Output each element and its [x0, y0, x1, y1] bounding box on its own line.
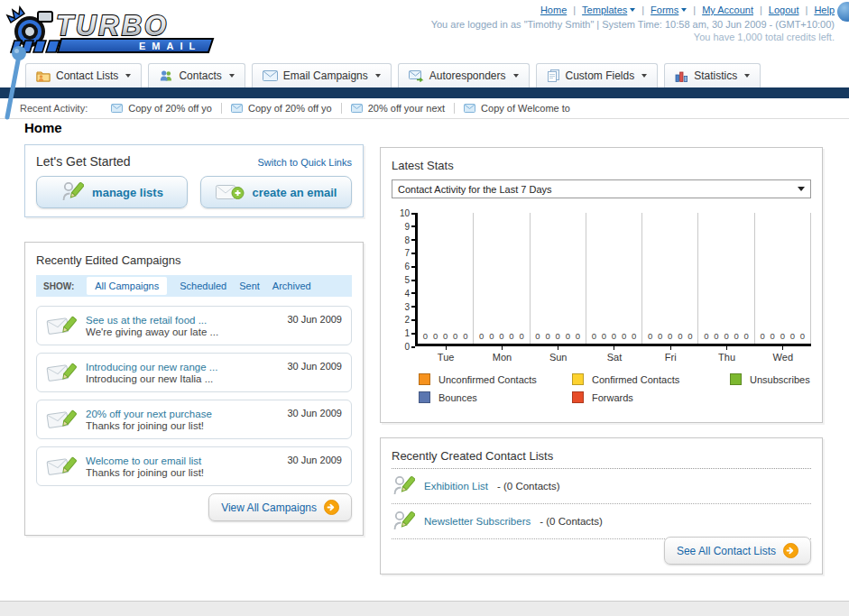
- campaign-subject: Thanks for joining our list!: [86, 467, 280, 478]
- filter-scheduled[interactable]: Scheduled: [180, 280, 226, 291]
- manage-lists-button[interactable]: manage lists: [36, 176, 188, 208]
- value-label: 0: [566, 331, 570, 341]
- contact-list-rows: Exhibition List- (0 Contacts)Newsletter …: [392, 469, 811, 539]
- envelope-pencil-icon: [46, 408, 77, 432]
- legend-label: Bounces: [438, 392, 477, 403]
- filter-archived[interactable]: Archived: [272, 280, 311, 291]
- contact-list-count: - (0 Contacts): [540, 516, 603, 527]
- recent-activity-item[interactable]: 20% off your next: [342, 103, 455, 114]
- chart-group-fri: 00000: [642, 213, 698, 344]
- recent-activity-bar: Recent Activity: Copy of 20% off yoCopy …: [0, 98, 849, 119]
- logo-graphic: EMAIL TURBO: [5, 3, 222, 55]
- contact-lists-icon: [36, 69, 51, 82]
- chevron-down-icon: [798, 187, 805, 191]
- see-all-contact-lists-button[interactable]: See All Contact Lists: [664, 537, 811, 565]
- see-all-contact-lists-label: See All Contact Lists: [677, 545, 776, 557]
- button-label: create an email: [253, 186, 337, 199]
- y-axis-label: 10: [400, 208, 415, 218]
- top-link-forms[interactable]: Forms: [651, 5, 687, 15]
- chevron-down-icon: [513, 74, 519, 78]
- decorative-pin: [2, 45, 27, 121]
- campaign-row: 20% off your next purchaseThanks for joi…: [36, 400, 352, 439]
- top-link-logout[interactable]: Logout: [769, 5, 799, 15]
- filter-all-campaigns[interactable]: All Campaigns: [87, 277, 167, 295]
- value-label: 0: [648, 331, 652, 341]
- chart-group-thu: 00000: [698, 213, 754, 344]
- y-tick-mark: [411, 239, 415, 241]
- legend-item: Forwards: [572, 391, 730, 403]
- turbo-email-logo[interactable]: EMAIL TURBO: [5, 3, 222, 59]
- mail-small-icon: [111, 104, 123, 113]
- value-label: 0: [714, 331, 718, 341]
- y-tick-mark: [411, 333, 415, 335]
- contact-list-link[interactable]: Exhibition List: [424, 481, 488, 492]
- person-pencil-icon: [392, 510, 415, 533]
- autoresponders-icon: [409, 70, 424, 82]
- value-label: 0: [678, 331, 682, 341]
- campaigns-panel-title: Recently Edited Campaigns: [36, 253, 352, 267]
- view-all-campaigns-button[interactable]: View All Campaigns: [208, 493, 352, 521]
- recent-campaigns-panel: Recently Edited Campaigns SHOW: All Camp…: [24, 242, 364, 536]
- campaign-info: Introducing our new range ...Introducing…: [86, 362, 280, 384]
- x-axis-label: Fri: [642, 346, 698, 363]
- y-axis-label: 8: [404, 235, 415, 245]
- get-started-title: Let's Get Started: [36, 154, 131, 169]
- y-tick-mark: [411, 319, 415, 321]
- value-label: 0: [780, 331, 785, 341]
- top-link-my-account[interactable]: My Account: [702, 5, 753, 15]
- value-label: 0: [556, 331, 560, 341]
- filter-sent[interactable]: Sent: [239, 280, 260, 291]
- y-tick-mark: [411, 266, 415, 268]
- y-axis-label: 5: [404, 275, 415, 285]
- chevron-down-icon: [375, 74, 381, 78]
- stats-period-select[interactable]: Contact Activity for the Last 7 Days: [392, 179, 811, 198]
- top-link-label: Forms: [651, 5, 678, 15]
- x-axis-label: Sun: [531, 346, 586, 363]
- campaign-title-link[interactable]: Welcome to our email list: [86, 455, 280, 466]
- contact-list-link[interactable]: Newsletter Subscribers: [424, 516, 531, 527]
- logo-subtitle: EMAIL: [139, 41, 201, 51]
- top-link-templates[interactable]: Templates: [582, 5, 635, 15]
- campaign-info: 20% off your next purchaseThanks for joi…: [86, 409, 280, 431]
- recent-activity-item[interactable]: Copy of 20% off yo: [222, 103, 342, 114]
- top-link-help[interactable]: Help: [814, 5, 835, 15]
- campaign-row: Welcome to our email listThanks for join…: [36, 446, 352, 486]
- y-tick-mark: [411, 213, 415, 215]
- value-label: 0: [658, 331, 662, 341]
- header: EMAIL TURBO Home|Templates|Forms|My Acco…: [0, 0, 849, 60]
- y-tick-mark: [411, 280, 415, 281]
- y-axis-label: 9: [404, 222, 415, 232]
- legend-item: Confirmed Contacts: [572, 373, 730, 385]
- switch-quick-links-link[interactable]: Switch to Quick Links: [257, 157, 352, 168]
- tab-autoresponders[interactable]: Autoresponders: [398, 63, 530, 87]
- app-window: EMAIL TURBO Home|Templates|Forms|My Acco…: [0, 0, 849, 616]
- recent-activity-item[interactable]: Copy of 20% off yo: [102, 103, 222, 114]
- value-label: 0: [576, 331, 580, 341]
- value-label: 0: [509, 331, 513, 341]
- contact-list-row: Exhibition List- (0 Contacts): [392, 469, 811, 504]
- recent-activity-item-label: Copy of 20% off yo: [248, 103, 332, 114]
- value-label: 0: [612, 331, 616, 341]
- campaign-title-link[interactable]: See us at the retail food ...: [86, 315, 280, 326]
- tab-custom-fields[interactable]: Custom Fields: [536, 63, 659, 87]
- top-link-label: Logout: [769, 5, 799, 15]
- envelope-pencil-icon: [46, 361, 77, 385]
- tab-contacts[interactable]: Contacts: [148, 63, 245, 87]
- campaign-info: See us at the retail food ...We're givin…: [86, 315, 280, 337]
- tab-contact-lists[interactable]: Contact Lists: [25, 63, 142, 87]
- campaign-row: Introducing our new range ...Introducing…: [36, 353, 352, 392]
- person-pencil-icon: [392, 474, 415, 498]
- campaign-title-link[interactable]: 20% off your next purchase: [86, 409, 280, 419]
- page-title: Home: [24, 120, 62, 135]
- tab-email-campaigns[interactable]: Email Campaigns: [252, 63, 392, 87]
- recent-activity-item[interactable]: Copy of Welcome to: [455, 103, 579, 114]
- campaign-title-link[interactable]: Introducing our new range ...: [86, 362, 280, 372]
- legend-item: Unconfirmed Contacts: [419, 373, 572, 385]
- top-link-home[interactable]: Home: [540, 5, 567, 15]
- tab-statistics[interactable]: Statistics: [664, 63, 761, 87]
- value-label: 0: [545, 331, 549, 341]
- value-label: 0: [622, 331, 626, 341]
- create-an-email-button[interactable]: create an email: [200, 176, 352, 208]
- y-axis-label: 3: [404, 302, 415, 312]
- campaign-date: 30 Jun 2009: [287, 400, 342, 418]
